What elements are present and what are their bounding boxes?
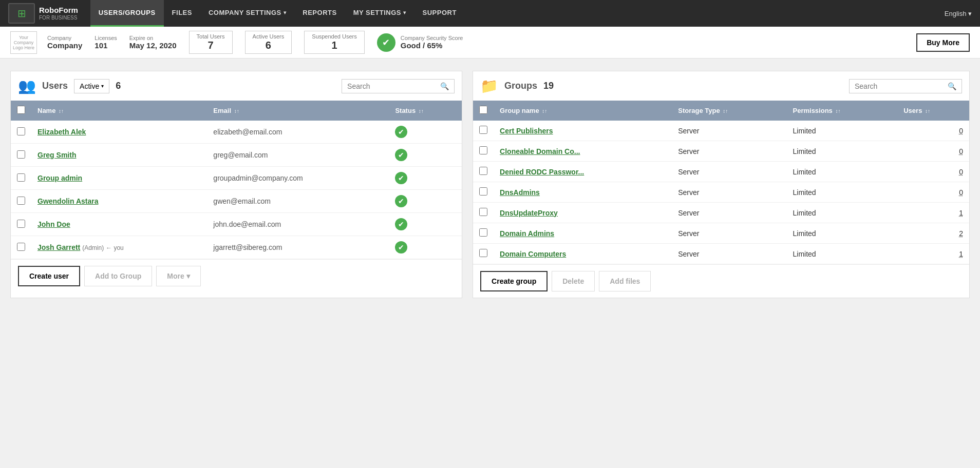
groups-storage-header[interactable]: Storage Type ↕↑ xyxy=(672,101,786,121)
table-row: Cert Publishers Server Limited 0 xyxy=(473,121,969,141)
active-users-label: Active Users xyxy=(253,33,285,40)
user-name-cell: Elizabeth Alek xyxy=(31,121,207,144)
suspended-users-stat: Suspended Users 1 xyxy=(304,31,364,54)
logo-text: RoboForm FOR BUSINESS xyxy=(39,6,78,21)
nav-my-settings[interactable]: MY SETTINGS ▾ xyxy=(345,0,414,27)
group-checkbox[interactable] xyxy=(479,187,487,196)
security-text: Company Security Score Good / 65% xyxy=(401,35,463,50)
group-name-link[interactable]: Cloneable Domain Co... xyxy=(500,147,580,155)
nav-users-groups[interactable]: USERS/GROUPS xyxy=(90,0,164,27)
logo-line2: FOR BUSINESS xyxy=(39,15,78,21)
user-name-link[interactable]: Greg Smith xyxy=(37,151,76,159)
users-email-header[interactable]: Email ↕↑ xyxy=(207,101,389,121)
group-name-link[interactable]: DnsUpdateProxy xyxy=(500,209,558,217)
nav-reports[interactable]: REPORTS xyxy=(294,0,345,27)
user-checkbox[interactable] xyxy=(17,150,25,159)
total-users-label: Total Users xyxy=(197,33,225,40)
suspended-label: Suspended Users xyxy=(312,33,356,40)
table-row: Greg Smith greg@email.com ✔ xyxy=(11,144,462,167)
groups-name-header[interactable]: Group name ↕↑ xyxy=(494,101,672,121)
group-users-sort-icon: ↕↑ xyxy=(925,108,930,114)
user-name-link[interactable]: John Doe xyxy=(37,220,70,228)
group-name-link[interactable]: Denied RODC Passwor... xyxy=(500,168,584,176)
nav-files[interactable]: FILES xyxy=(164,0,200,27)
group-name-link[interactable]: Cert Publishers xyxy=(500,127,553,135)
buy-more-button[interactable]: Buy More xyxy=(916,33,970,52)
group-checkbox[interactable] xyxy=(479,146,487,154)
users-table: Name ↕↑ Email ↕↑ Status ↕↑ Elizabeth Ale… xyxy=(11,101,462,259)
group-name-link[interactable]: Domain Admins xyxy=(500,229,554,238)
group-name-link[interactable]: Domain Computers xyxy=(500,250,566,258)
delete-button[interactable]: Delete xyxy=(552,271,595,291)
users-filter-button[interactable]: Active ▾ xyxy=(74,79,109,93)
user-checkbox[interactable] xyxy=(17,243,25,251)
group-name-link[interactable]: DnsAdmins xyxy=(500,188,540,197)
group-name-cell: Denied RODC Passwor... xyxy=(494,162,672,182)
user-name-link[interactable]: Gwendolin Astara xyxy=(37,197,99,205)
status-active-icon: ✔ xyxy=(395,172,407,184)
table-row: Denied RODC Passwor... Server Limited 0 xyxy=(473,162,969,182)
users-select-all-checkbox[interactable] xyxy=(17,106,25,114)
user-checkbox[interactable] xyxy=(17,127,25,135)
user-status-cell: ✔ xyxy=(389,144,462,167)
group-checkbox[interactable] xyxy=(479,208,487,216)
users-status-header[interactable]: Status ↕↑ xyxy=(389,101,462,121)
name-sort-icon: ↕↑ xyxy=(59,108,64,114)
group-name-cell: Cloneable Domain Co... xyxy=(494,141,672,162)
group-checkbox[interactable] xyxy=(479,167,487,175)
more-button[interactable]: More ▾ xyxy=(156,266,200,286)
active-users-stat: Active Users 6 xyxy=(245,31,292,54)
total-users-stat: Total Users 7 xyxy=(189,31,233,54)
user-checkbox-cell xyxy=(11,144,31,167)
users-name-header[interactable]: Name ↕↑ xyxy=(31,101,207,121)
groups-search-input[interactable] xyxy=(855,82,945,90)
groups-search-icon[interactable]: 🔍 xyxy=(948,82,956,90)
user-checkbox[interactable] xyxy=(17,173,25,182)
groups-users-header[interactable]: Users ↕↑ xyxy=(897,101,969,121)
users-table-body: Elizabeth Alek elizabeth@email.com ✔ Gre… xyxy=(11,121,462,259)
user-email-cell: elizabeth@email.com xyxy=(207,121,389,144)
user-email-cell: groupadmin@company.com xyxy=(207,167,389,190)
create-group-button[interactable]: Create group xyxy=(480,271,548,291)
group-permissions-cell: Limited xyxy=(787,162,898,182)
users-search-icon[interactable]: 🔍 xyxy=(440,82,449,90)
user-name-link[interactable]: Group admin xyxy=(37,174,82,182)
table-row: Domain Computers Server Limited 1 xyxy=(473,244,969,264)
group-permissions-cell: Limited xyxy=(787,244,898,264)
groups-select-all-checkbox[interactable] xyxy=(479,106,487,114)
folder-icon: 📁 xyxy=(480,77,498,94)
group-checkbox[interactable] xyxy=(479,228,487,237)
table-row: DnsUpdateProxy Server Limited 1 xyxy=(473,203,969,223)
user-checkbox[interactable] xyxy=(17,220,25,228)
add-to-group-button[interactable]: Add to Group xyxy=(84,266,152,286)
groups-search-box: 🔍 xyxy=(849,79,962,93)
users-search-input[interactable] xyxy=(347,82,437,90)
language-selector[interactable]: English ▾ xyxy=(945,10,972,17)
table-row: Elizabeth Alek elizabeth@email.com ✔ xyxy=(11,121,462,144)
email-sort-icon: ↕↑ xyxy=(234,108,239,114)
group-name-cell: Cert Publishers xyxy=(494,121,672,141)
nav-support[interactable]: SUPPORT xyxy=(414,0,465,27)
licenses-info: Licenses 101 xyxy=(95,35,117,50)
create-user-button[interactable]: Create user xyxy=(18,266,80,286)
groups-select-all-header xyxy=(473,101,494,121)
table-row: Domain Admins Server Limited 2 xyxy=(473,223,969,244)
logo-box: ⊞ xyxy=(8,3,35,24)
groups-title: Groups xyxy=(504,81,537,91)
user-name-link[interactable]: Elizabeth Alek xyxy=(37,128,86,136)
group-checkbox[interactable] xyxy=(479,126,487,134)
shield-icon: ✔ xyxy=(377,33,395,52)
nav-company-settings[interactable]: COMPANY SETTINGS ▾ xyxy=(200,0,294,27)
user-status-cell: ✔ xyxy=(389,167,462,190)
status-active-icon: ✔ xyxy=(395,195,407,207)
user-name-link[interactable]: Josh Garrett xyxy=(37,243,80,251)
groups-table-header: Group name ↕↑ Storage Type ↕↑ Permission… xyxy=(473,101,969,121)
groups-permissions-header[interactable]: Permissions ↕↑ xyxy=(787,101,898,121)
group-checkbox[interactable] xyxy=(479,249,487,257)
header-info: Company Company Licenses 101 Expire on M… xyxy=(47,31,906,54)
user-name-cell: Greg Smith xyxy=(31,144,207,167)
licenses-label: Licenses xyxy=(95,35,117,41)
add-files-button[interactable]: Add files xyxy=(599,271,651,291)
user-checkbox[interactable] xyxy=(17,197,25,205)
top-navigation: ⊞ RoboForm FOR BUSINESS USERS/GROUPS FIL… xyxy=(0,0,980,27)
